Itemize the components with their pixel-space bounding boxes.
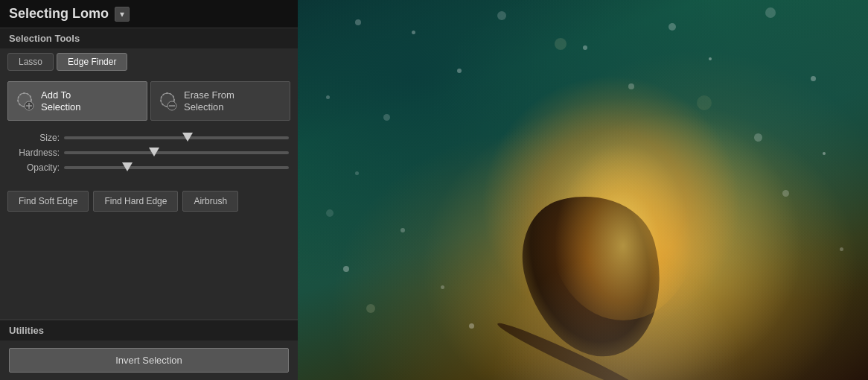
hardness-label: Hardness: (9, 148, 60, 158)
panel-title: Selecting Lomo (9, 6, 109, 22)
backlight-glow (549, 134, 698, 320)
tab-lasso[interactable]: Lasso (7, 53, 54, 71)
opacity-thumb[interactable] (122, 162, 133, 171)
utilities-header: Utilities (0, 320, 298, 341)
action-buttons-row: Add To Selection Erase From Selection (0, 75, 298, 127)
add-selection-icon (14, 91, 35, 112)
size-slider[interactable] (64, 136, 289, 139)
sliders-section: Size: Hardness: Opacity: (0, 127, 298, 186)
opacity-slider[interactable] (64, 166, 289, 169)
erase-selection-icon (157, 91, 178, 112)
title-bar: Selecting Lomo ▾ (0, 0, 298, 28)
size-slider-row: Size: (9, 133, 289, 143)
selection-tools-header: Selection Tools (0, 28, 298, 48)
add-to-selection-label: Add To Selection (41, 89, 80, 113)
tabs-row: Lasso Edge Finder (0, 48, 298, 75)
size-thumb[interactable] (182, 133, 193, 142)
left-panel: Selecting Lomo ▾ Selection Tools Lasso E… (0, 0, 298, 380)
hardness-thumb[interactable] (149, 148, 159, 156)
utilities-section: Utilities Invert Selection (0, 319, 298, 380)
airbrush-button[interactable]: Airbrush (182, 191, 238, 212)
hardness-slider-row: Hardness: (9, 148, 289, 158)
photo-container (298, 0, 868, 380)
find-hard-edge-button[interactable]: Find Hard Edge (93, 191, 178, 212)
invert-selection-button[interactable]: Invert Selection (9, 348, 289, 373)
size-label: Size: (9, 133, 60, 143)
hardness-slider[interactable] (64, 151, 289, 154)
tab-edge-finder[interactable]: Edge Finder (57, 53, 127, 71)
find-soft-edge-button[interactable]: Find Soft Edge (7, 191, 89, 212)
add-to-selection-button[interactable]: Add To Selection (7, 81, 147, 121)
right-panel (298, 0, 868, 380)
opacity-slider-row: Opacity: (9, 162, 289, 173)
dropdown-button[interactable]: ▾ (115, 7, 130, 22)
edge-buttons-row: Find Soft Edge Find Hard Edge Airbrush (0, 186, 298, 216)
opacity-label: Opacity: (9, 162, 60, 173)
erase-from-selection-button[interactable]: Erase From Selection (150, 81, 290, 121)
erase-from-selection-label: Erase From Selection (184, 89, 234, 113)
